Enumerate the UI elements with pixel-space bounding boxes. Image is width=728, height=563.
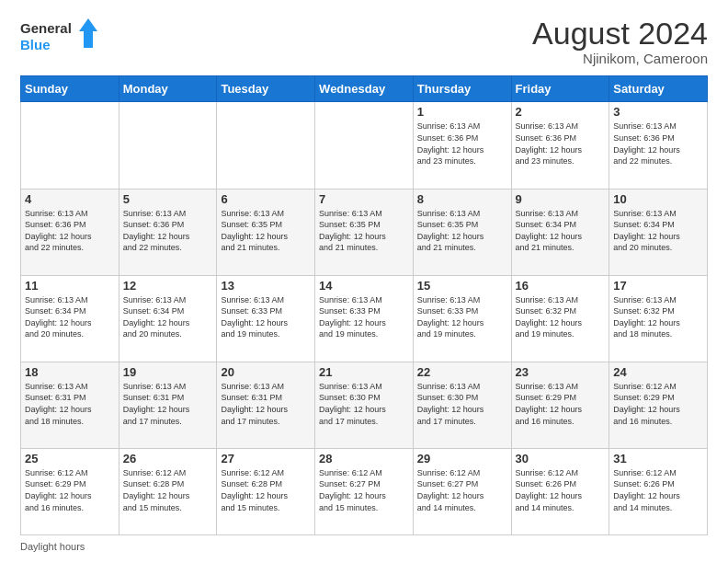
weekday-header-friday: Friday (511, 76, 609, 102)
day-number: 23 (516, 365, 606, 379)
weekday-header-thursday: Thursday (413, 76, 511, 102)
calendar-cell: 14Sunrise: 6:13 AM Sunset: 6:33 PM Dayli… (315, 275, 414, 362)
weekday-header-sunday: Sunday (21, 76, 119, 102)
calendar-cell: 21Sunrise: 6:13 AM Sunset: 6:30 PM Dayli… (315, 362, 414, 448)
calendar-cell: 25Sunrise: 6:12 AM Sunset: 6:29 PM Dayli… (21, 448, 119, 534)
day-number: 25 (25, 452, 115, 465)
day-info: Sunrise: 6:13 AM Sunset: 6:34 PM Dayligh… (25, 294, 115, 340)
calendar-cell: 8Sunrise: 6:13 AM Sunset: 6:35 PM Daylig… (413, 189, 511, 275)
day-info: Sunrise: 6:13 AM Sunset: 6:34 PM Dayligh… (613, 208, 703, 254)
day-number: 5 (123, 192, 213, 206)
day-info: Sunrise: 6:13 AM Sunset: 6:31 PM Dayligh… (123, 381, 213, 427)
calendar-cell: 27Sunrise: 6:12 AM Sunset: 6:28 PM Dayli… (217, 448, 315, 534)
day-info: Sunrise: 6:13 AM Sunset: 6:35 PM Dayligh… (221, 208, 311, 254)
day-number: 27 (221, 452, 311, 465)
calendar-cell: 5Sunrise: 6:13 AM Sunset: 6:36 PM Daylig… (119, 189, 217, 275)
day-number: 18 (25, 365, 115, 379)
day-info: Sunrise: 6:13 AM Sunset: 6:35 PM Dayligh… (319, 208, 409, 254)
calendar-cell: 20Sunrise: 6:13 AM Sunset: 6:31 PM Dayli… (217, 362, 315, 448)
day-number: 12 (123, 279, 213, 293)
day-info: Sunrise: 6:13 AM Sunset: 6:34 PM Dayligh… (123, 294, 213, 340)
day-number: 11 (25, 279, 115, 293)
day-number: 3 (613, 105, 703, 119)
calendar-cell: 9Sunrise: 6:13 AM Sunset: 6:34 PM Daylig… (511, 189, 609, 275)
day-number: 24 (613, 365, 703, 379)
calendar-week-0: 1Sunrise: 6:13 AM Sunset: 6:36 PM Daylig… (21, 102, 708, 189)
day-number: 9 (516, 192, 606, 206)
day-number: 10 (613, 192, 703, 206)
calendar-table: SundayMondayTuesdayWednesdayThursdayFrid… (20, 75, 708, 535)
calendar-cell: 11Sunrise: 6:13 AM Sunset: 6:34 PM Dayli… (21, 275, 119, 362)
day-number: 13 (221, 279, 311, 293)
calendar-cell (21, 102, 119, 189)
day-number: 6 (221, 192, 311, 206)
day-info: Sunrise: 6:12 AM Sunset: 6:27 PM Dayligh… (417, 467, 507, 513)
calendar-cell: 4Sunrise: 6:13 AM Sunset: 6:36 PM Daylig… (21, 189, 119, 275)
day-info: Sunrise: 6:13 AM Sunset: 6:36 PM Dayligh… (25, 208, 115, 254)
calendar-cell: 15Sunrise: 6:13 AM Sunset: 6:33 PM Dayli… (413, 275, 511, 362)
weekday-header-wednesday: Wednesday (315, 76, 414, 102)
svg-text:General: General (20, 20, 72, 36)
calendar-cell: 2Sunrise: 6:13 AM Sunset: 6:36 PM Daylig… (511, 102, 609, 189)
calendar-cell: 29Sunrise: 6:12 AM Sunset: 6:27 PM Dayli… (413, 448, 511, 534)
calendar-cell: 13Sunrise: 6:13 AM Sunset: 6:33 PM Dayli… (217, 275, 315, 362)
day-info: Sunrise: 6:13 AM Sunset: 6:30 PM Dayligh… (417, 381, 507, 427)
calendar-cell: 30Sunrise: 6:12 AM Sunset: 6:26 PM Dayli… (511, 448, 609, 534)
calendar-cell: 12Sunrise: 6:13 AM Sunset: 6:34 PM Dayli… (119, 275, 217, 362)
footer: Daylight hours (20, 541, 708, 552)
svg-text:Blue: Blue (20, 37, 51, 52)
calendar-cell: 31Sunrise: 6:12 AM Sunset: 6:26 PM Dayli… (609, 448, 708, 534)
day-info: Sunrise: 6:12 AM Sunset: 6:27 PM Dayligh… (319, 467, 409, 513)
day-number: 15 (417, 279, 507, 293)
weekday-header-tuesday: Tuesday (217, 76, 315, 102)
daylight-label: Daylight hours (20, 541, 85, 552)
day-info: Sunrise: 6:13 AM Sunset: 6:33 PM Dayligh… (221, 294, 311, 340)
day-info: Sunrise: 6:13 AM Sunset: 6:34 PM Dayligh… (516, 208, 606, 254)
calendar-cell (315, 102, 414, 189)
day-number: 14 (319, 279, 409, 293)
day-info: Sunrise: 6:13 AM Sunset: 6:36 PM Dayligh… (123, 208, 213, 254)
day-info: Sunrise: 6:13 AM Sunset: 6:33 PM Dayligh… (417, 294, 507, 340)
page: General Blue August 2024 Njinikom, Camer… (0, 0, 728, 563)
day-number: 26 (123, 452, 213, 465)
calendar-cell: 23Sunrise: 6:13 AM Sunset: 6:29 PM Dayli… (511, 362, 609, 448)
location: Njinikom, Cameroon (532, 51, 708, 66)
day-info: Sunrise: 6:13 AM Sunset: 6:36 PM Dayligh… (417, 121, 507, 167)
calendar-cell: 24Sunrise: 6:12 AM Sunset: 6:29 PM Dayli… (609, 362, 708, 448)
day-number: 30 (516, 452, 606, 465)
day-info: Sunrise: 6:13 AM Sunset: 6:31 PM Dayligh… (221, 381, 311, 427)
logo: General Blue (20, 17, 103, 55)
calendar-cell: 3Sunrise: 6:13 AM Sunset: 6:36 PM Daylig… (609, 102, 708, 189)
calendar-cell: 7Sunrise: 6:13 AM Sunset: 6:35 PM Daylig… (315, 189, 414, 275)
day-number: 21 (319, 365, 409, 379)
weekday-header-row: SundayMondayTuesdayWednesdayThursdayFrid… (21, 76, 708, 102)
weekday-header-monday: Monday (119, 76, 217, 102)
calendar-cell: 1Sunrise: 6:13 AM Sunset: 6:36 PM Daylig… (413, 102, 511, 189)
svg-marker-2 (79, 18, 97, 48)
day-number: 1 (417, 105, 507, 119)
calendar-cell: 18Sunrise: 6:13 AM Sunset: 6:31 PM Dayli… (21, 362, 119, 448)
day-info: Sunrise: 6:12 AM Sunset: 6:26 PM Dayligh… (516, 467, 606, 513)
title-block: August 2024 Njinikom, Cameroon (532, 17, 708, 66)
calendar-cell: 6Sunrise: 6:13 AM Sunset: 6:35 PM Daylig… (217, 189, 315, 275)
day-number: 22 (417, 365, 507, 379)
day-number: 19 (123, 365, 213, 379)
day-info: Sunrise: 6:12 AM Sunset: 6:28 PM Dayligh… (123, 467, 213, 513)
day-info: Sunrise: 6:13 AM Sunset: 6:36 PM Dayligh… (516, 121, 606, 167)
day-info: Sunrise: 6:12 AM Sunset: 6:26 PM Dayligh… (613, 467, 703, 513)
header: General Blue August 2024 Njinikom, Camer… (20, 17, 708, 66)
calendar-cell: 26Sunrise: 6:12 AM Sunset: 6:28 PM Dayli… (119, 448, 217, 534)
day-info: Sunrise: 6:13 AM Sunset: 6:35 PM Dayligh… (417, 208, 507, 254)
calendar-cell: 17Sunrise: 6:13 AM Sunset: 6:32 PM Dayli… (609, 275, 708, 362)
day-number: 31 (613, 452, 703, 465)
calendar-cell: 28Sunrise: 6:12 AM Sunset: 6:27 PM Dayli… (315, 448, 414, 534)
calendar-cell: 10Sunrise: 6:13 AM Sunset: 6:34 PM Dayli… (609, 189, 708, 275)
day-info: Sunrise: 6:13 AM Sunset: 6:33 PM Dayligh… (319, 294, 409, 340)
day-info: Sunrise: 6:13 AM Sunset: 6:32 PM Dayligh… (613, 294, 703, 340)
calendar-cell: 22Sunrise: 6:13 AM Sunset: 6:30 PM Dayli… (413, 362, 511, 448)
calendar-cell: 16Sunrise: 6:13 AM Sunset: 6:32 PM Dayli… (511, 275, 609, 362)
logo-svg: General Blue (20, 17, 103, 55)
calendar-cell: 19Sunrise: 6:13 AM Sunset: 6:31 PM Dayli… (119, 362, 217, 448)
day-info: Sunrise: 6:13 AM Sunset: 6:32 PM Dayligh… (516, 294, 606, 340)
month-title: August 2024 (532, 17, 708, 51)
